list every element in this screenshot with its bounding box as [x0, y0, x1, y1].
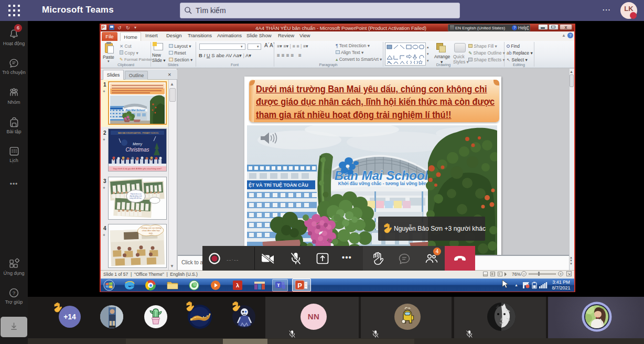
svg-text:Christmas: Christmas	[125, 147, 149, 153]
svg-text:Merry: Merry	[133, 142, 142, 146]
svg-text:trong mỗi tiết học.: trong mỗi tiết học.	[130, 197, 142, 199]
svg-text:mới.: mới.	[149, 232, 153, 234]
svg-text:Khởi đầu vững chắc - tương lai: Khởi đầu vững chắc - tương lai vững bền	[338, 180, 426, 186]
svg-text:BAN MAI KINDERGARTEN - PRIMARY: BAN MAI KINDERGARTEN - PRIMARY SCHOOL	[118, 132, 159, 134]
svg-text:λ: λ	[236, 282, 239, 288]
svg-text:?: ?	[13, 290, 15, 296]
svg-text:T: T	[277, 283, 280, 288]
svg-text:P: P	[297, 282, 302, 289]
svg-text:Dạy chính & đạ gia đình A M: Dạy chính & đạ gia đình A Miền yêu xùach…	[113, 167, 162, 170]
svg-text:ỆT VÀ TRÍ TUỆ TOÀN CẦU: ỆT VÀ TRÍ TUỆ TOÀN CẦU	[249, 182, 308, 188]
